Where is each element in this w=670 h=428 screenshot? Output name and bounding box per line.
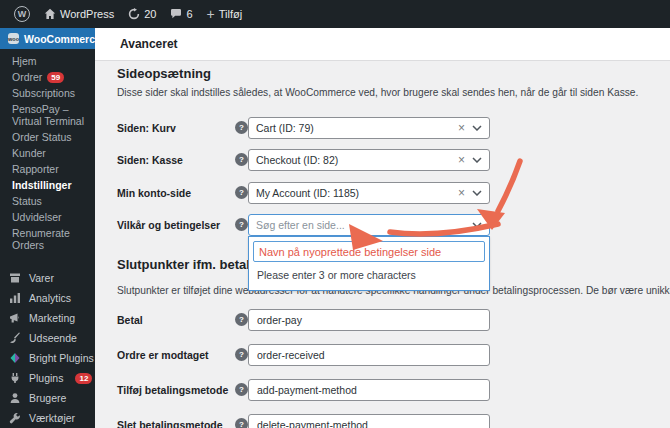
field-label-pay: Betal <box>117 309 235 331</box>
chevron-down-icon <box>472 190 482 196</box>
sidebar-item-marketing[interactable]: Marketing <box>0 308 95 328</box>
wrench-icon <box>9 412 22 425</box>
help-icon[interactable]: ? <box>235 121 248 134</box>
help-icon[interactable]: ? <box>235 313 248 326</box>
main-menu: Varer Analytics Marketing Udseende Brigh… <box>0 268 95 428</box>
updates-indicator[interactable]: 20 <box>121 0 163 28</box>
sidebar-item-order-status[interactable]: Order Status <box>12 131 95 143</box>
settings-content: Sideopsætning Disse sider skal indstille… <box>95 61 670 428</box>
sidebar-item-plugins[interactable]: Plugins 12 <box>0 368 95 388</box>
chart-bar-icon <box>9 292 22 305</box>
field-label-order-received: Ordre er modtaget <box>117 344 235 366</box>
sidebar-item-bright-plugins[interactable]: Bright Plugins <box>0 348 95 368</box>
sidebar-item-udvidelser[interactable]: Udvidelser <box>12 211 95 223</box>
sidebar-item-analytics[interactable]: Analytics <box>0 288 95 308</box>
field-label-delete-payment-method: Slet betalingsmetode <box>117 414 235 428</box>
site-link[interactable]: WordPress <box>37 0 121 28</box>
wp-logo-menu[interactable]: W <box>7 0 37 28</box>
section-title-endpoints: Slutpunkter ifm. betaling <box>117 257 269 272</box>
new-label: Tilføj <box>219 8 242 20</box>
my-account-page-select[interactable]: My Account (ID: 1185) × <box>248 182 490 204</box>
field-label-my-account-page: Min konto-side <box>117 182 235 204</box>
help-icon[interactable]: ? <box>235 218 248 231</box>
box-icon <box>9 272 22 285</box>
site-name: WordPress <box>60 8 114 20</box>
admin-sidebar: woo WooCommerce Hjem Ordrer59 Subscripti… <box>0 28 95 428</box>
terms-search-input[interactable] <box>253 241 485 262</box>
sidebar-item-subscriptions[interactable]: Subscriptions <box>12 87 95 99</box>
megaphone-icon <box>9 312 22 325</box>
dropdown-message: Please enter 3 or more characters <box>249 266 489 284</box>
chevron-down-icon <box>472 125 482 131</box>
plugins-count-badge: 12 <box>75 373 92 384</box>
sidebar-item-pensopay[interactable]: PensoPay – Virtual Terminal <box>12 103 95 127</box>
admin-bar: W WordPress 20 6 + Tilføj <box>0 0 670 28</box>
help-icon[interactable]: ? <box>235 348 248 361</box>
delete-payment-method-endpoint-input[interactable] <box>248 414 490 428</box>
update-icon <box>128 8 140 20</box>
sidebar-item-rapporter[interactable]: Rapporter <box>12 163 95 175</box>
add-payment-method-endpoint-input[interactable] <box>248 379 490 401</box>
help-icon[interactable]: ? <box>235 153 248 166</box>
settings-tab-bar: Avanceret <box>95 28 670 61</box>
field-label-terms-page: Vilkår og betingelser <box>117 214 235 236</box>
field-label-cart-page: Siden: Kurv <box>117 117 235 139</box>
sidebar-item-vaerktoejer[interactable]: Værktøjer <box>0 408 95 428</box>
clear-icon[interactable]: × <box>458 186 465 200</box>
clear-icon[interactable]: × <box>458 153 465 167</box>
field-label-add-payment-method: Tilføj betalingsmetode <box>117 379 235 401</box>
update-count: 20 <box>144 8 156 20</box>
comments-indicator[interactable]: 6 <box>163 0 199 28</box>
order-received-endpoint-input[interactable] <box>248 344 490 366</box>
paintbrush-icon <box>9 332 22 345</box>
new-content-menu[interactable]: + Tilføj <box>200 0 250 28</box>
sidebar-item-status[interactable]: Status <box>12 195 95 207</box>
sidebar-item-kunder[interactable]: Kunder <box>12 147 95 159</box>
woocommerce-label: WooCommerce <box>24 33 95 45</box>
sidebar-item-varer[interactable]: Varer <box>0 268 95 288</box>
sidebar-item-ordrer[interactable]: Ordrer59 <box>12 71 95 83</box>
checkout-page-select[interactable]: Checkout (ID: 82) × <box>248 149 490 171</box>
user-icon <box>9 392 22 405</box>
home-icon <box>44 8 56 20</box>
tab-avanceret[interactable]: Avanceret <box>120 37 178 51</box>
field-label-checkout-page: Siden: Kasse <box>117 149 235 171</box>
chevron-down-icon <box>472 157 482 163</box>
sidebar-item-woocommerce[interactable]: woo WooCommerce <box>0 28 95 49</box>
woocommerce-submenu: Hjem Ordrer59 Subscriptions PensoPay – V… <box>0 49 95 259</box>
sidebar-item-indstillinger[interactable]: Indstillinger <box>12 179 95 191</box>
bright-plugins-icon <box>9 352 22 365</box>
page-setup-description: Disse sider skal indstilles således, at … <box>117 87 638 98</box>
sidebar-item-udseende[interactable]: Udseende <box>0 328 95 348</box>
plus-icon: + <box>207 7 215 21</box>
sidebar-item-renumerate-orders[interactable]: Renumerate Orders <box>12 227 95 251</box>
help-icon[interactable]: ? <box>235 383 248 396</box>
wordpress-logo-icon: W <box>14 6 30 22</box>
sidebar-item-brugere[interactable]: Brugere <box>0 388 95 408</box>
sidebar-item-hjem[interactable]: Hjem <box>12 55 95 67</box>
section-title-page-setup: Sideopsætning <box>117 66 211 81</box>
pay-endpoint-input[interactable] <box>248 309 490 331</box>
comment-icon <box>170 8 182 20</box>
woocommerce-logo-icon: woo <box>8 33 19 44</box>
chevron-down-icon <box>472 222 482 228</box>
terms-select-dropdown: Please enter 3 or more characters <box>248 236 490 291</box>
help-icon[interactable]: ? <box>235 186 248 199</box>
comment-count: 6 <box>186 8 192 20</box>
orders-count-badge: 59 <box>47 72 64 83</box>
cart-page-select[interactable]: Cart (ID: 79) × <box>248 117 490 139</box>
plug-icon <box>9 372 22 385</box>
terms-page-select[interactable]: Søg efter en side... <box>248 214 490 236</box>
help-icon[interactable]: ? <box>235 418 248 428</box>
clear-icon[interactable]: × <box>458 121 465 135</box>
